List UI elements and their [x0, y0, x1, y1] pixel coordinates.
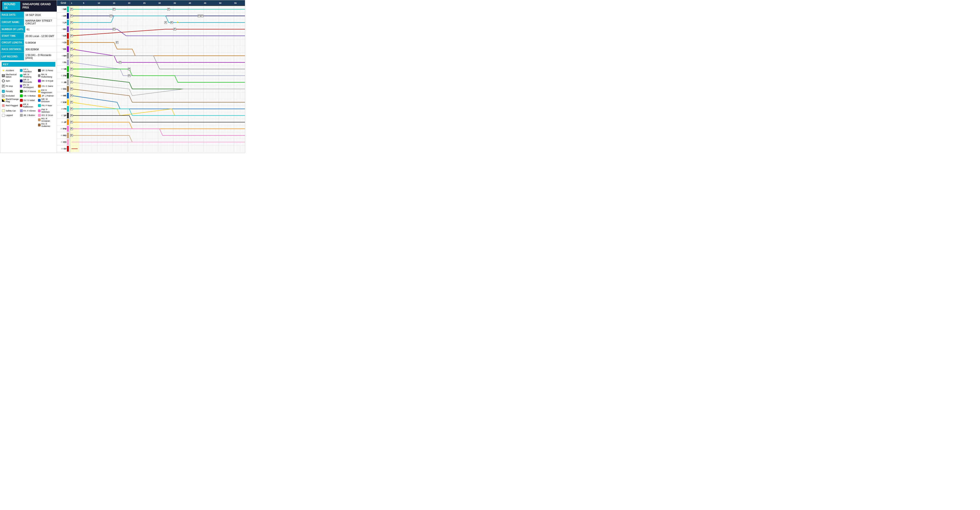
key-me: ME: M Ericsson	[38, 98, 55, 103]
grid-row-label: 8NH	[57, 52, 70, 59]
key-nh: NH: N Hulkenberg	[38, 73, 55, 78]
round-label: ROUND 15	[2, 2, 20, 10]
mechanical-icon: M	[2, 74, 5, 77]
key-dk: DK: D Kvyat	[38, 78, 55, 83]
info-fields: RACE DATE:18 SEP 2016CIRCUIT NAME:MARINA…	[0, 12, 57, 60]
field-value: 20:00 Local - 12:00 GMT	[24, 33, 56, 39]
lh-color	[20, 69, 23, 72]
sv-color	[20, 99, 23, 102]
field-label: CIRCUIT NAME:	[0, 18, 24, 26]
field-label: START TIME	[0, 33, 24, 39]
grid-pos-num: 7	[62, 48, 63, 50]
vb-color	[20, 94, 23, 97]
grid-positions-column: 1NR2DR3LH4MV5KR6CS7DK8NH9FA10VB11FM12JB1…	[57, 6, 70, 153]
driver-abbr: CS	[64, 41, 67, 44]
driver-abbr: MV	[64, 28, 67, 30]
fm-color	[20, 90, 23, 93]
pw-color	[38, 110, 41, 112]
info-row: RACE DISTANCE:308.828KM	[0, 46, 57, 52]
chart-header: Grid	[57, 0, 245, 6]
driver-abbr: FN	[64, 108, 67, 110]
key-excluded: E Excluded	[2, 94, 19, 97]
grid-pos-num: 19	[60, 128, 63, 130]
lapped-icon	[2, 114, 5, 117]
key-pitstop: P Pit stop	[2, 84, 19, 89]
driver-abbr: DR	[64, 15, 67, 17]
grid-header-label: Grid	[57, 0, 70, 5]
me-color	[38, 99, 41, 102]
grid-pos-num: 14	[61, 94, 63, 97]
driver-abbr: SV	[64, 148, 67, 150]
driver-color-bar	[67, 53, 69, 59]
main-chart-canvas	[70, 6, 245, 152]
grid-row-label: 13EG	[57, 86, 70, 92]
info-row: NUMBER OF LAPS:61	[0, 26, 57, 33]
grid-pos-num: 22	[61, 148, 63, 150]
driver-abbr: SP	[64, 114, 67, 117]
jp-color	[38, 94, 41, 97]
key-empty	[2, 118, 19, 122]
key-jp: JP: J Palmer	[38, 94, 55, 97]
key-fm: FM: F Massa	[20, 89, 37, 94]
grid-pos-num: 6	[62, 41, 63, 43]
field-value: 61	[25, 26, 31, 32]
key-fn: FN: F Nasr	[38, 103, 55, 108]
key-empty2	[20, 118, 37, 122]
pitstop-icon: P	[2, 84, 5, 88]
driver-color-bar	[67, 33, 69, 39]
driver-color-bar	[67, 126, 69, 132]
driver-color-bar	[67, 26, 69, 32]
grid-pos-num: 20	[61, 134, 63, 137]
race-name: SINGAPORE GRAND PRIX	[22, 3, 55, 9]
driver-abbr: FA	[64, 61, 67, 64]
key-nr: NR: N Rosberg	[20, 73, 37, 78]
grid-row-label: 7DK	[57, 46, 70, 52]
grid-row-label: 12JB	[57, 79, 70, 86]
nh-color	[38, 74, 40, 77]
key-vb: VB: V Bottas	[20, 94, 37, 97]
header-canvas	[70, 0, 245, 5]
grid-pos-num: 3	[62, 21, 63, 24]
driver-color-bar	[67, 99, 69, 105]
driver-abbr: PW	[63, 128, 67, 130]
driver-color-bar	[67, 139, 69, 145]
key-penalty: P Penalty	[2, 89, 19, 94]
driver-color-bar	[67, 20, 69, 25]
key-spin: Spin	[2, 78, 19, 83]
grid-pos-num: 4	[62, 28, 63, 30]
driver-color-bar	[67, 113, 69, 118]
sp-color	[38, 69, 41, 72]
driver-color-bar	[67, 106, 69, 112]
grid-row-label: 5KR	[57, 32, 70, 39]
grid-row-label: 2DR	[57, 13, 70, 19]
spin-icon	[2, 79, 5, 83]
redflag-icon	[2, 104, 5, 107]
info-row: START TIME20:00 Local - 12:00 GMT	[0, 33, 57, 40]
driver-abbr: DK	[64, 48, 67, 50]
key-jb: JB: J Button	[20, 114, 37, 117]
driver-color-bar	[67, 146, 69, 152]
key-lh: LH: L Hamilton	[20, 68, 37, 73]
key-safetycar: Safety Car	[2, 108, 19, 113]
driver-abbr: KM	[63, 101, 67, 103]
grid-pos-num: 8	[62, 54, 63, 57]
driver-color-bar	[67, 79, 69, 85]
key-blackflag: Black/Orange Flag	[2, 98, 19, 103]
km-color	[38, 90, 40, 93]
key-cs: CS: C Sainz	[38, 84, 55, 89]
key-grid: ★ Accident LH: L Hamilton SP: S Perez M …	[2, 68, 55, 127]
blackflag-icon	[2, 99, 5, 102]
grid-row-label: 20RG	[57, 132, 70, 139]
info-row: CIRCUIT LENGTH:5.065KM	[0, 40, 57, 46]
driver-color-bar	[67, 46, 69, 52]
driver-color-bar	[67, 133, 69, 138]
dk-color	[38, 79, 41, 82]
key-empty3	[2, 122, 19, 127]
info-row: LAP RECORD:1:50.041 - D Ricciardo [2015]	[0, 52, 57, 60]
grid-pos-num: 15	[60, 101, 63, 103]
grid-pos-num: 1	[62, 8, 63, 10]
grid-row-label: 6CS	[57, 39, 70, 46]
grid-row-label: 4MV	[57, 26, 70, 32]
grid-pos-num: 2	[62, 15, 63, 17]
grid-pos-num: 13	[61, 88, 63, 90]
